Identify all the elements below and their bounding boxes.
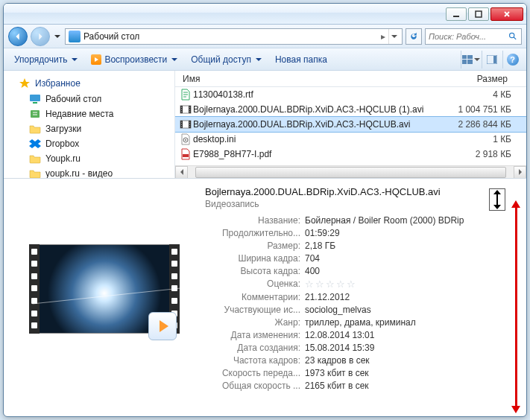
file-size: 2 918 КБ (444, 149, 523, 159)
property-value: 2165 кбит в сек (305, 381, 369, 391)
sidebar-item-recent[interactable]: Недавние места (4, 106, 174, 121)
file-icon (178, 148, 193, 160)
preview-pane-button[interactable] (482, 51, 501, 69)
property-row: Комментарии:21.12.2012 (205, 292, 516, 302)
file-icon (178, 104, 193, 115)
file-size: 4 КБ (444, 89, 523, 100)
file-name: 1130040138.rtf (193, 89, 444, 100)
desktop-icon (69, 31, 81, 42)
address-text: Рабочий стол (83, 31, 378, 42)
scroll-right-button[interactable] (514, 166, 526, 179)
col-name[interactable]: Имя (178, 74, 444, 84)
close-button[interactable] (490, 7, 523, 21)
file-row[interactable]: Bojlernaya.2000.DUAL.BDRip.XviD.AC3.-HQC… (175, 102, 526, 117)
property-value: 12.08.2014 13:01 (305, 330, 374, 340)
property-row: Размер:2,18 ГБ (205, 241, 516, 251)
maximize-button[interactable] (468, 7, 489, 21)
history-dropdown[interactable] (53, 27, 62, 46)
sidebar-item-desktop[interactable]: Рабочий стол (4, 92, 174, 106)
file-pane: Имя Размер 1130040138.rtf4 КБBojlernaya.… (175, 71, 526, 178)
property-row: Скорость переда...1973 кбит в сек (205, 368, 516, 378)
property-key: Участвующие ис... (205, 305, 305, 315)
film-perforation-left (29, 244, 40, 334)
property-row: Жанр:триллер, драма, криминал (205, 317, 516, 328)
property-value: 23 кадров в сек (305, 355, 370, 366)
scroll-left-button[interactable] (175, 166, 188, 179)
video-thumbnail[interactable] (39, 244, 170, 334)
property-row: Общая скорость ...2165 кбит в сек (205, 381, 516, 391)
svg-point-15 (189, 109, 190, 109)
property-key: Дата создания: (205, 343, 305, 353)
view-button[interactable] (461, 51, 480, 69)
file-icon (178, 89, 193, 101)
svg-point-13 (181, 111, 182, 112)
property-row: Высота кадра:400 (205, 266, 516, 276)
minimize-button[interactable] (446, 7, 467, 21)
star-icon (19, 77, 31, 89)
recent-icon (29, 108, 41, 120)
dropbox-icon (29, 138, 41, 150)
file-row[interactable]: E7988_P8H77-I.pdf2 918 КБ (175, 147, 526, 162)
file-name: Bojlernaya.2000.DUAL.BDRip.XviD.AC3.-HQC… (193, 119, 444, 130)
property-row: Название:Бойлерная / Boiler Room (2000) … (205, 215, 516, 226)
property-key: Продолжительно... (205, 228, 305, 238)
help-icon: ? (507, 54, 519, 66)
sidebar-item-youpk[interactable]: Youpk.ru (4, 151, 174, 166)
details-title: Bojlernaya.2000.DUAL.BDRip.XviD.AC3.-HQC… (205, 186, 516, 197)
preview-icon (487, 55, 497, 64)
svg-rect-7 (31, 110, 40, 118)
newfolder-button[interactable]: Новая папка (269, 51, 333, 68)
refresh-button[interactable] (406, 28, 422, 45)
property-row: Оценка:☆☆☆☆☆ (205, 279, 516, 290)
property-row: Участвующие ис...sociolog_melvas (205, 305, 516, 315)
property-row: Дата изменения:12.08.2014 13:01 (205, 330, 516, 340)
horizontal-scrollbar[interactable] (175, 165, 526, 178)
svg-point-24 (189, 124, 190, 124)
resize-handle-annotation (489, 188, 505, 211)
svg-point-11 (181, 106, 182, 107)
crumb-separator[interactable]: ▸ (381, 31, 385, 42)
back-button[interactable] (8, 27, 28, 46)
svg-point-14 (189, 106, 190, 107)
scroll-thumb[interactable] (195, 167, 506, 178)
file-name: E7988_P8H77-I.pdf (193, 149, 444, 159)
explorer-window: Рабочий стол ▸ Упорядочить Воспроизвести… (3, 3, 527, 417)
help-button[interactable]: ? (502, 51, 522, 69)
property-key: Общая скорость ... (205, 381, 305, 391)
play-button[interactable]: Воспроизвести (85, 51, 183, 68)
property-key: Название: (205, 215, 305, 226)
svg-rect-28 (183, 154, 189, 157)
sidebar-item-dropbox[interactable]: Dropbox (4, 136, 174, 151)
file-row[interactable]: Bojlernaya.2000.DUAL.BDRip.XviD.AC3.-HQC… (175, 117, 526, 132)
svg-point-21 (181, 124, 182, 124)
address-bar[interactable]: Рабочий стол ▸ (65, 28, 403, 45)
organize-button[interactable]: Упорядочить (8, 51, 83, 68)
address-dropdown[interactable] (388, 29, 399, 44)
svg-point-12 (181, 109, 182, 109)
forward-button[interactable] (31, 27, 50, 46)
search-box[interactable] (425, 28, 522, 45)
sidebar: Избранное Рабочий стол Недавние места За… (4, 71, 175, 178)
play-overlay-icon[interactable] (148, 312, 177, 340)
scroll-track[interactable] (188, 166, 514, 179)
file-size: 1 КБ (444, 134, 523, 144)
column-headers: Имя Размер (175, 71, 526, 87)
view-icon (462, 55, 473, 64)
details-type: Видеозапись (205, 199, 516, 209)
sidebar-item-downloads[interactable]: Загрузки (4, 121, 174, 136)
svg-point-16 (189, 111, 190, 112)
svg-rect-5 (30, 95, 40, 101)
favorites-header[interactable]: Избранное (4, 75, 174, 92)
file-row[interactable]: desktop.ini1 КБ (175, 132, 526, 147)
titlebar (4, 4, 526, 25)
svg-rect-4 (493, 56, 496, 63)
property-row: Продолжительно...01:59:29 (205, 228, 516, 238)
share-button[interactable]: Общий доступ (185, 51, 268, 68)
svg-point-20 (181, 121, 182, 122)
svg-rect-1 (476, 11, 482, 17)
file-row[interactable]: 1130040138.rtf4 КБ (175, 87, 526, 102)
col-size[interactable]: Размер (444, 74, 523, 84)
search-input[interactable] (429, 32, 508, 41)
file-size: 1 004 751 КБ (444, 104, 523, 115)
search-icon (508, 31, 518, 42)
